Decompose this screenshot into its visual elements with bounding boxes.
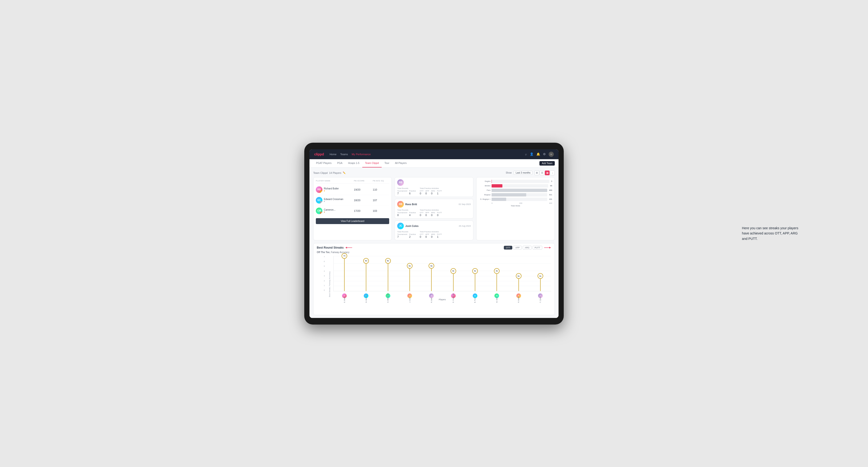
stat-practice-val-2: 2: [409, 236, 416, 238]
player-score-1: 19/20: [354, 188, 373, 191]
y-1: 1: [324, 285, 325, 286]
player-streak-col-8: 3xRR. Butler: [507, 256, 529, 291]
player-badge-2: ♥: [324, 200, 343, 203]
streak-player-name-3: J. Coles: [409, 297, 411, 303]
player-info-3: CM 3 Cameron... ♥: [316, 208, 354, 214]
bar-row-bogeys: Bogeys 311: [479, 193, 552, 196]
settings-icon[interactable]: ⚙: [543, 152, 546, 156]
edit-icon[interactable]: ✏️: [343, 172, 346, 174]
y-axis-numbers: 7 6 5 4 3 2 1 0: [324, 256, 325, 291]
stat-group-activities-0: Total Practice Activities OTT 0 APP 0: [420, 187, 442, 195]
y-7: 7: [324, 256, 325, 257]
player-score-2: 18/20: [354, 199, 373, 201]
card-date-1: 02 Sep 2023: [459, 203, 471, 206]
sub-nav-team-clippd[interactable]: Team Clippd: [362, 159, 382, 167]
streak-bubble-3: 5x: [407, 263, 412, 269]
player-streak-col-3: 5xJJ. Coles: [399, 256, 421, 291]
streak-line-1: [366, 261, 366, 291]
avatar[interactable]: U: [549, 152, 554, 157]
leaderboard-panel: PLAYER NAME PB SCORE PB AVG SQ RB 1 Rich…: [313, 177, 392, 240]
sub-nav-all-players[interactable]: All Players: [392, 159, 409, 167]
player-streak-col-1: 6xBB. McHerg: [355, 256, 377, 291]
filter-putt[interactable]: PUTT: [533, 246, 542, 250]
streaks-header: Best Round Streaks OTT APP ARG PUTT: [317, 246, 551, 250]
bar-row-d. bogeys +: D. Bogeys + 131: [479, 198, 552, 201]
streak-player-name-4: R. Britt: [431, 298, 432, 303]
streak-bubble-9: 3x: [537, 273, 543, 279]
stat-group-activities-1: Total Practice Activities OTT 0 APP 0: [420, 209, 442, 217]
filter-arg[interactable]: ARG: [523, 246, 532, 250]
player-streak-col-9: 3xCC. Quick: [530, 256, 551, 291]
streaks-title: Best Round Streaks: [317, 246, 344, 249]
player-name-text-3: Cameron...: [324, 209, 335, 211]
stat-tournament-2: Tournament 7: [397, 233, 407, 238]
stat-putt-1: PUTT 0: [437, 212, 442, 217]
sub-nav-tour[interactable]: Tour: [382, 159, 392, 167]
card-avatar-0: RB: [397, 179, 404, 186]
stat-arg-0: ARG 0: [431, 190, 435, 195]
right-arrow-svg: [544, 246, 551, 250]
card-player-info-0: RB: [397, 179, 404, 186]
bar-count: 131: [549, 198, 552, 200]
x-label: 0: [492, 202, 493, 204]
stat-activities-label-1: Total Practice Activities: [420, 209, 442, 211]
player-streak-col-5: 4xEE. Crossman: [442, 256, 464, 291]
stat-putt-2: PUTT 1: [437, 233, 442, 238]
nav-my-performance[interactable]: My Performance: [352, 153, 371, 156]
export-icon[interactable]: ↓: [550, 170, 555, 175]
rank-badge-1: 1: [320, 190, 322, 193]
sub-nav-pgat[interactable]: PGAT Players: [313, 159, 335, 167]
grid-view-icon[interactable]: ⊞: [534, 170, 539, 175]
team-player-count: 14 Players: [329, 172, 341, 174]
search-icon[interactable]: ⌕: [525, 152, 527, 156]
col-player-name: PLAYER NAME: [316, 180, 354, 182]
view-leaderboard-button[interactable]: View Full Leaderboard: [316, 218, 389, 224]
bar-fill: [492, 180, 492, 183]
sub-nav: PGAT Players PGA Hcaps 1-5 Team Clippd T…: [309, 159, 559, 168]
filter-ott[interactable]: OTT: [504, 246, 512, 250]
card-player-info-1: RB Rees Britt: [397, 201, 417, 208]
streaks-title-area: Best Round Streaks: [317, 246, 352, 250]
stat-row-1: Tournament 8 Practice 4: [397, 212, 416, 217]
stat-practice-1: Practice 4: [409, 212, 416, 217]
player-card-2: JC Josh Coles 26 Aug 2023 Total Rounds: [395, 220, 473, 240]
streaks-subtitle-bold: Off The Tee: [317, 251, 330, 253]
list-view-icon[interactable]: ☰: [540, 170, 545, 175]
bar-count: 311: [549, 194, 552, 196]
bar-chart-area: Eagles 3 Birdies 96 Pars 499 Bogeys 311: [479, 180, 552, 204]
streak-chart-wrapper: Best Streak, Fairway Accuracy 7 6 5 4 3 …: [317, 256, 551, 312]
nav-home[interactable]: Home: [330, 153, 336, 156]
stat-rounds-label-1: Total Rounds: [397, 209, 416, 211]
player-avatar-2: EC 2: [316, 197, 322, 204]
app-val-2: 0: [425, 236, 429, 238]
add-team-button[interactable]: Add Team: [539, 161, 555, 165]
bell-icon[interactable]: 🔔: [536, 152, 540, 156]
player-row-3: CM 3 Cameron... ♥ 17/20 103: [316, 206, 389, 216]
bar-track: [492, 198, 547, 201]
filter-app[interactable]: APP: [513, 246, 522, 250]
app-val-1: 0: [425, 214, 429, 217]
streak-columns: 7xEE. Ebert6xBB. McHerg6xDD. Billingham5…: [333, 256, 551, 291]
bar-label: Bogeys: [479, 194, 491, 196]
stat-activities-label-2: Total Practice Activities: [420, 231, 442, 233]
streak-bubble-7: 4x: [494, 268, 500, 274]
streak-bubble-2: 6x: [385, 258, 391, 264]
sub-nav-hcaps[interactable]: Hcaps 1-5: [345, 159, 362, 167]
team-controls: Show Last 3 months ⊞ ☰ ▦ ↓: [506, 170, 555, 175]
svg-marker-1: [346, 247, 347, 249]
rank-badge-2: 2: [320, 201, 322, 204]
streak-bubble-0: 7x: [342, 253, 347, 259]
bar-row-eagles: Eagles 3: [479, 180, 552, 183]
bar-label: D. Bogeys +: [479, 198, 491, 200]
user-icon[interactable]: 👤: [530, 152, 533, 156]
bar-chart-title: Total Shots: [479, 205, 552, 207]
card-stats-1: Total Rounds Tournament 8 Practice 4: [397, 209, 470, 217]
main-grid: PLAYER NAME PB SCORE PB AVG SQ RB 1 Rich…: [313, 177, 555, 240]
nav-teams[interactable]: Teams: [340, 153, 348, 156]
bar-fill: [492, 189, 547, 192]
player-streak-col-7: 4xMM. Miller: [486, 256, 507, 291]
card-view-icon[interactable]: ▦: [545, 170, 550, 175]
team-title: Team Clippd 14 Players ✏️: [313, 172, 346, 174]
time-period-select[interactable]: Last 3 months: [514, 171, 533, 175]
sub-nav-pga[interactable]: PGA: [335, 159, 345, 167]
